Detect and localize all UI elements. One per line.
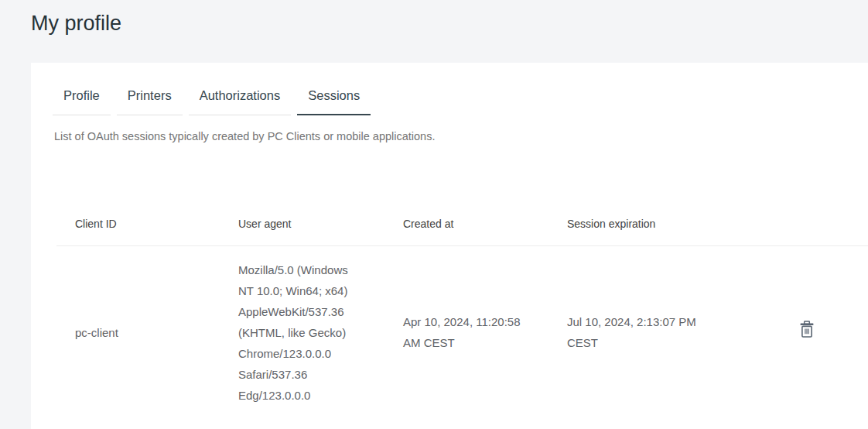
tab-profile[interactable]: Profile [53,77,111,115]
col-header-user-agent: User agent [220,202,384,245]
tab-sessions[interactable]: Sessions [297,77,371,115]
sessions-table: Client ID User agent Created at Session … [56,202,868,419]
col-header-session-expiration: Session expiration [548,202,727,245]
delete-session-button[interactable] [799,321,815,338]
created-at-value: Apr 10, 2024, 11:20:58 AM CEST [403,311,535,353]
sessions-description: List of OAuth sessions typically created… [54,129,868,145]
actions-cell [727,245,868,419]
tab-printers[interactable]: Printers [117,77,183,115]
sessions-table-wrap: Client ID User agent Created at Session … [56,202,868,419]
table-row: pc-client Mozilla/5.0 (Windows NT 10.0; … [56,245,868,419]
session-expiration-value: Jul 10, 2024, 2:13:07 PM CEST [567,311,699,353]
user-agent-cell: Mozilla/5.0 (Windows NT 10.0; Win64; x64… [220,245,384,419]
page-header: My profile [0,0,868,63]
col-header-actions [727,202,868,245]
profile-card: Profile Printers Authorizations Sessions… [31,63,868,429]
client-id-cell: pc-client [56,245,220,419]
created-at-cell: Apr 10, 2024, 11:20:58 AM CEST [384,245,548,419]
profile-tabs: Profile Printers Authorizations Sessions [53,63,868,115]
user-agent-value: Mozilla/5.0 (Windows NT 10.0; Win64; x64… [238,259,362,406]
table-header-row: Client ID User agent Created at Session … [56,202,868,245]
client-id-value: pc-client [75,322,220,343]
col-header-client-id: Client ID [56,202,220,245]
col-header-created-at: Created at [384,202,548,245]
tab-authorizations[interactable]: Authorizations [189,77,292,115]
trash-icon [799,329,815,341]
page-title: My profile [31,11,121,36]
session-expiration-cell: Jul 10, 2024, 2:13:07 PM CEST [548,245,727,419]
